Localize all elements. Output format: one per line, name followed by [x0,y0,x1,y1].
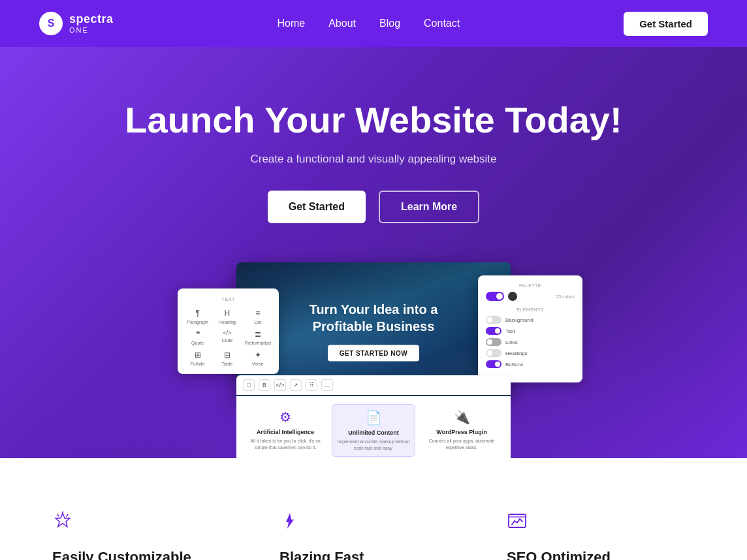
nav-blog[interactable]: Blog [379,18,400,29]
card-plugin: 🔌 WordPress Plugin Connect all your apps… [421,404,503,458]
editor-label: TEXT [185,296,271,302]
block-quote: ❝ Quote [185,330,210,345]
element-headings: Headings [486,349,575,357]
palette-title: PALETTE [486,283,575,288]
features-section: Easily Customizable Tailor your website … [0,458,747,560]
navbar: S spectra one Home About Blog Contact Ge… [0,0,747,47]
logo-icon: S [39,12,63,35]
nav-cta-button[interactable]: Get Started [624,12,708,36]
toolbar-btn-3: </> [274,379,286,391]
hero-subtitle: Create a functional and visually appeali… [13,153,734,166]
nav-links: Home About Blog Contact [278,18,460,29]
card-content: 📄 Unlimited Content Implement accurate m… [332,404,415,458]
feature-cards-row: ⚙ Artificial Intelligence All it takes i… [236,396,511,459]
element-background: Background [486,316,575,324]
palette-toggle-dot [508,292,517,301]
mockup-palette-panel: PALETTE 25 colors ELEMENTS Background [478,275,582,382]
block-code: </> Code [215,330,239,345]
toolbar-btn-6: … [321,379,333,391]
brand-name: spectra [69,13,114,26]
block-list: ≡ List [245,309,271,324]
card-content-desc: Implement accurate markup without code f… [336,439,411,452]
block-grid: ¶ Paragraph H Heading ≡ List ❝ Quote [185,309,271,366]
mockup-bottom-cards: □ B </> ↗ ⠿ … ⚙ Artificial Intelligence … [236,375,511,459]
element-buttons: Buttons [486,360,575,368]
mockup-main-overlay: Turn Your Idea into aProfitable Business… [282,301,465,362]
logo-text: spectra one [69,13,114,34]
card-ai-desc: All it takes is for you to click, it's s… [248,438,323,451]
customizable-title: Easily Customizable [52,549,240,560]
hero-section: Launch Your Website Today! Create a func… [0,47,747,458]
block-verse: ✦ Verse [245,350,271,366]
block-heading: H Heading [215,309,239,324]
mockup-toolbar: □ B </> ↗ ⠿ … [236,375,511,395]
fast-title: Blazing Fast [279,549,468,560]
toolbar-btn-1: □ [243,379,255,391]
block-preformatted: ≣ Preformatted [245,330,271,345]
mockup-main-cta[interactable]: GET STARTED NOW [328,345,420,362]
palette-count: 25 colors [556,294,575,299]
hero-learn-more-button[interactable]: Learn More [379,191,479,223]
mockup-block-editor: TEXT ¶ Paragraph H Heading ≡ List [178,288,279,374]
block-fullsite: ⊞ Fullsite [185,350,210,366]
hero-title: Launch Your Website Today! [13,99,734,141]
mockup-main-title: Turn Your Idea into aProfitable Business [282,301,465,335]
feature-seo: SEO Optimized Built with search engines … [507,510,695,560]
nav-home[interactable]: Home [278,18,306,29]
brand-sub: one [69,26,114,34]
svg-rect-0 [509,514,526,527]
elements-title: ELEMENTS [486,307,575,312]
seo-icon [507,510,695,536]
customizable-icon [52,510,240,536]
nav-contact[interactable]: Contact [424,18,460,29]
palette-section: PALETTE 25 colors [486,283,575,301]
toolbar-btn-5: ⠿ [306,379,317,391]
card-ai-icon: ⚙ [248,409,323,425]
palette-row: 25 colors [486,292,575,301]
feature-fast: Blazing Fast Experience lightning-fast p… [279,510,468,560]
element-links: Links [486,338,575,346]
card-ai: ⚙ Artificial Intelligence All it takes i… [244,404,326,458]
block-paragraph: ¶ Paragraph [185,309,210,324]
logo[interactable]: S spectra one [39,12,114,35]
card-ai-title: Artificial Intelligence [248,429,323,435]
toolbar-btn-4: ↗ [290,379,302,391]
toolbar-btn-2: B [259,379,270,391]
feature-customizable: Easily Customizable Tailor your website … [52,510,240,560]
card-plugin-desc: Connect all your apps, automate repetiti… [424,438,499,451]
card-content-title: Unlimited Content [336,429,411,436]
hero-mockup: Turn Your Idea into aProfitable Business… [13,262,734,458]
features-grid: Easily Customizable Tailor your website … [52,510,695,560]
card-plugin-title: WordPress Plugin [424,429,499,435]
card-plugin-icon: 🔌 [424,409,499,425]
element-text: Text [486,327,575,335]
card-content-icon: 📄 [336,410,411,426]
palette-toggle-on [486,292,504,301]
elements-section: ELEMENTS Background Text Links [486,307,575,368]
nav-about[interactable]: About [328,18,356,29]
fast-icon [279,510,468,536]
hero-buttons: Get Started Learn More [13,191,734,223]
seo-title: SEO Optimized [507,549,695,560]
block-table: ⊟ Table [215,350,239,366]
hero-get-started-button[interactable]: Get Started [268,191,366,223]
